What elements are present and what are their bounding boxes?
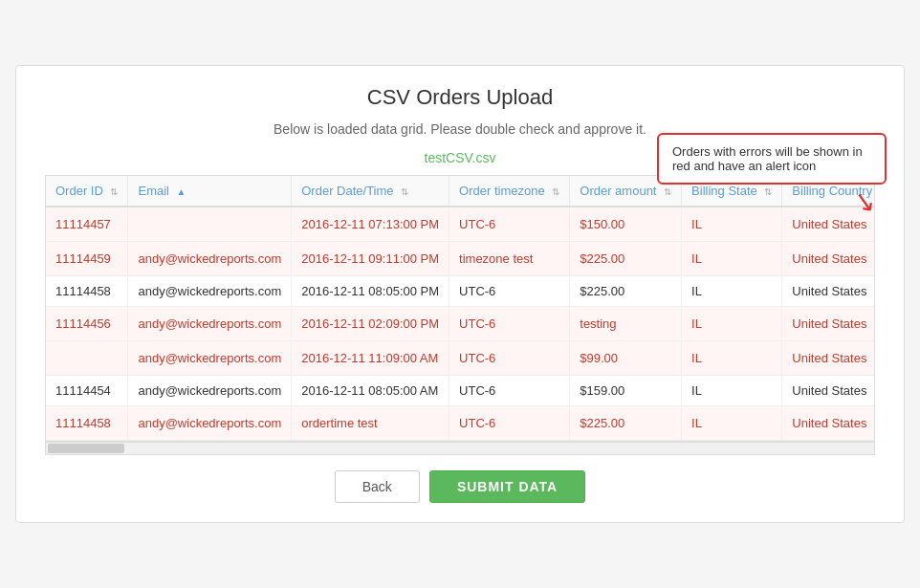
table-cell: UTC-6 [449,307,570,341]
table-cell: IL [682,276,782,307]
tooltip-text: Orders with errors will be shown in red … [672,144,863,173]
col-order-id[interactable]: Order ID ⇅ [46,176,128,207]
table-cell: 11114456 [46,307,128,341]
table-cell: andy@wickedreports.com [128,242,292,276]
sort-icon-billing-state: ⇅ [764,186,772,197]
table-cell: $99.00 [570,341,682,376]
table-cell: UTC-6 [449,376,570,406]
table-cell: United States [782,307,875,341]
table-cell: United States [782,341,875,376]
table-cell: IL [682,406,782,441]
table-cell: $225.00 [570,406,682,441]
table-row: 11114459andy@wickedreports.com2016-12-11… [46,242,875,276]
submit-button[interactable]: SUBMIT DATA [429,470,585,503]
table-cell: andy@wickedreports.com [128,376,292,406]
table-cell: 2016-12-11 08:05:00 PM [292,276,449,307]
main-container: CSV Orders Upload Below is loaded data g… [15,65,905,523]
table-cell: United States [782,406,875,441]
table-cell: UTC-6 [449,276,570,307]
table-cell: $159.00 [570,376,682,406]
table-cell: IL [682,307,782,341]
table-cell: United States [782,242,875,276]
col-timezone[interactable]: Order timezone ⇅ [449,176,570,207]
table-cell: 11114457 [46,207,128,242]
table-row: 111144572016-12-11 07:13:00 PMUTC-6$150.… [46,207,875,242]
table-cell: 2016-12-11 11:09:00 AM [292,341,449,376]
table-cell: UTC-6 [449,341,570,376]
sort-icon-order-id: ⇅ [110,186,118,197]
table-row: 11114458andy@wickedreports.com2016-12-11… [46,276,875,307]
table-cell: 2016-12-11 09:11:00 PM [292,242,449,276]
table-cell: United States [782,276,875,307]
table-cell: UTC-6 [449,406,570,441]
table-cell [46,341,128,376]
table-row: 11114454andy@wickedreports.com2016-12-11… [46,376,875,406]
table-cell: 11114459 [46,242,128,276]
orders-table: Order ID ⇅ Email ▲ Order Date/Time ⇅ Ord… [46,176,875,441]
page-title: CSV Orders Upload [45,85,875,110]
table-row: 11114456andy@wickedreports.com2016-12-11… [46,307,875,341]
table-cell: IL [682,242,782,276]
sort-icon-date-time: ⇅ [401,186,408,197]
table-cell: $225.00 [570,242,682,276]
table-wrapper: Order ID ⇅ Email ▲ Order Date/Time ⇅ Ord… [45,175,875,442]
bottom-bar: Back SUBMIT DATA [45,470,875,503]
table-cell: andy@wickedreports.com [128,307,292,341]
table-cell: $225.00 [570,276,682,307]
table-cell: 2016-12-11 07:13:00 PM [292,207,449,242]
table-cell: andy@wickedreports.com [128,341,292,376]
tooltip-box: Orders with errors will be shown in red … [657,133,887,185]
table-row: 11114458andy@wickedreports.comordertime … [46,406,875,441]
sort-icon-amount: ⇅ [664,186,671,197]
table-cell: United States [782,376,875,406]
back-button[interactable]: Back [335,470,420,503]
table-cell: 11114458 [46,276,128,307]
col-date-time[interactable]: Order Date/Time ⇅ [292,176,449,207]
table-cell: timezone test [449,242,570,276]
table-cell: 2016-12-11 02:09:00 PM [292,307,449,341]
table-cell: 2016-12-11 08:05:00 AM [292,376,449,406]
table-cell: ordertime test [292,406,449,441]
table-cell: 11114458 [46,406,128,441]
table-cell: testing [570,307,682,341]
scrollbar-thumb[interactable] [48,444,124,453]
table-cell: IL [682,341,782,376]
sort-icon-timezone: ⇅ [552,186,559,197]
sort-icon-email: ▲ [177,186,186,197]
table-cell: UTC-6 [449,207,570,242]
table-cell [128,207,292,242]
table-cell: IL [682,376,782,406]
table-cell: IL [682,207,782,242]
table-cell: 11114454 [46,376,128,406]
col-email[interactable]: Email ▲ [128,176,292,207]
table-cell: andy@wickedreports.com [128,276,292,307]
table-cell: andy@wickedreports.com [128,406,292,441]
table-row: andy@wickedreports.com2016-12-11 11:09:0… [46,341,875,376]
table-cell: $150.00 [570,207,682,242]
scrollbar[interactable] [45,442,875,455]
